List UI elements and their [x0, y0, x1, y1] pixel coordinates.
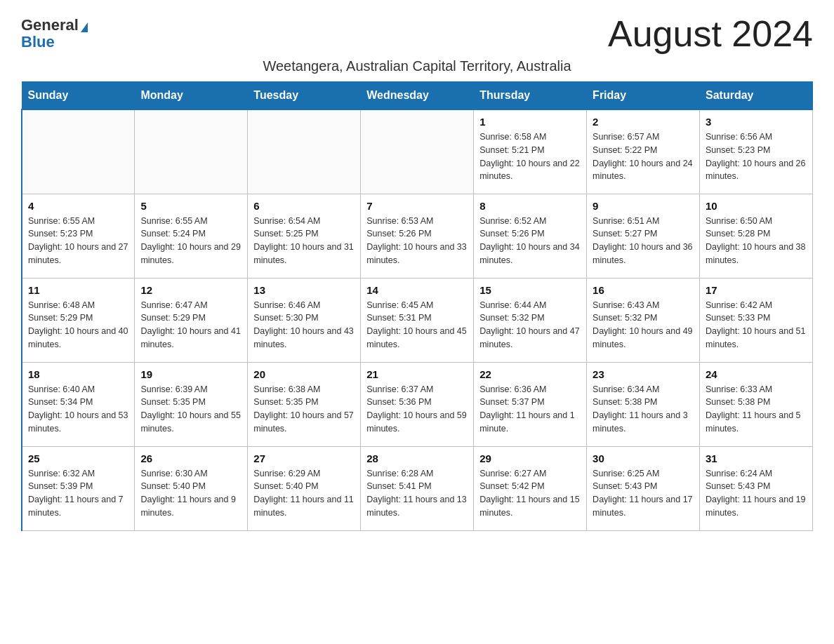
day-number: 11: [28, 284, 128, 296]
day-number: 31: [706, 452, 807, 464]
day-info: Sunrise: 6:57 AMSunset: 5:22 PMDaylight:…: [593, 130, 694, 183]
day-info: Sunrise: 6:53 AMSunset: 5:26 PMDaylight:…: [366, 215, 468, 267]
day-number: 4: [28, 200, 128, 212]
day-number: 30: [593, 452, 694, 464]
table-row: 3Sunrise: 6:56 AMSunset: 5:23 PMDaylight…: [700, 109, 813, 194]
day-info: Sunrise: 6:36 AMSunset: 5:37 PMDaylight:…: [479, 383, 581, 436]
day-number: 12: [140, 284, 241, 296]
table-row: 4Sunrise: 6:55 AMSunset: 5:23 PMDaylight…: [22, 194, 135, 278]
table-row: 15Sunrise: 6:44 AMSunset: 5:32 PMDayligh…: [474, 278, 587, 362]
header: General Blue August 2024: [21, 14, 813, 54]
day-info: Sunrise: 6:51 AMSunset: 5:27 PMDaylight:…: [593, 215, 694, 267]
day-info: Sunrise: 6:58 AMSunset: 5:21 PMDaylight:…: [479, 130, 581, 183]
logo-general-text: General: [21, 16, 79, 34]
day-number: 23: [593, 368, 694, 380]
col-thursday: Thursday: [474, 82, 587, 110]
calendar-week-row: 18Sunrise: 6:40 AMSunset: 5:34 PMDayligh…: [22, 362, 813, 446]
day-number: 28: [366, 452, 468, 464]
day-info: Sunrise: 6:42 AMSunset: 5:33 PMDaylight:…: [706, 299, 807, 351]
table-row: [135, 109, 248, 194]
table-row: 25Sunrise: 6:32 AMSunset: 5:39 PMDayligh…: [22, 446, 135, 530]
calendar-table: Sunday Monday Tuesday Wednesday Thursday…: [21, 81, 813, 531]
table-row: 28Sunrise: 6:28 AMSunset: 5:41 PMDayligh…: [361, 446, 474, 530]
col-sunday: Sunday: [22, 82, 135, 110]
day-number: 13: [253, 284, 355, 296]
table-row: 30Sunrise: 6:25 AMSunset: 5:43 PMDayligh…: [587, 446, 700, 530]
table-row: 13Sunrise: 6:46 AMSunset: 5:30 PMDayligh…: [248, 278, 361, 362]
table-row: 17Sunrise: 6:42 AMSunset: 5:33 PMDayligh…: [700, 278, 813, 362]
day-number: 8: [479, 200, 581, 212]
table-row: 21Sunrise: 6:37 AMSunset: 5:36 PMDayligh…: [361, 362, 474, 446]
table-row: 31Sunrise: 6:24 AMSunset: 5:43 PMDayligh…: [700, 446, 813, 530]
day-number: 26: [140, 452, 241, 464]
calendar-week-row: 25Sunrise: 6:32 AMSunset: 5:39 PMDayligh…: [22, 446, 813, 530]
location-title: Weetangera, Australian Capital Territory…: [21, 58, 813, 74]
day-number: 27: [253, 452, 355, 464]
table-row: 29Sunrise: 6:27 AMSunset: 5:42 PMDayligh…: [474, 446, 587, 530]
day-info: Sunrise: 6:45 AMSunset: 5:31 PMDaylight:…: [366, 299, 468, 351]
calendar-week-row: 11Sunrise: 6:48 AMSunset: 5:29 PMDayligh…: [22, 278, 813, 362]
day-number: 15: [479, 284, 581, 296]
day-number: 24: [706, 368, 807, 380]
day-info: Sunrise: 6:40 AMSunset: 5:34 PMDaylight:…: [28, 383, 128, 436]
day-number: 21: [366, 368, 468, 380]
calendar-week-row: 4Sunrise: 6:55 AMSunset: 5:23 PMDaylight…: [22, 194, 813, 278]
day-info: Sunrise: 6:38 AMSunset: 5:35 PMDaylight:…: [253, 383, 355, 436]
day-number: 19: [140, 368, 241, 380]
table-row: 14Sunrise: 6:45 AMSunset: 5:31 PMDayligh…: [361, 278, 474, 362]
day-number: 10: [706, 200, 807, 212]
day-info: Sunrise: 6:39 AMSunset: 5:35 PMDaylight:…: [140, 383, 241, 436]
table-row: [361, 109, 474, 194]
day-info: Sunrise: 6:56 AMSunset: 5:23 PMDaylight:…: [706, 130, 807, 183]
table-row: 19Sunrise: 6:39 AMSunset: 5:35 PMDayligh…: [135, 362, 248, 446]
day-info: Sunrise: 6:47 AMSunset: 5:29 PMDaylight:…: [140, 299, 241, 351]
table-row: 10Sunrise: 6:50 AMSunset: 5:28 PMDayligh…: [700, 194, 813, 278]
day-info: Sunrise: 6:25 AMSunset: 5:43 PMDaylight:…: [593, 467, 694, 520]
table-row: 9Sunrise: 6:51 AMSunset: 5:27 PMDaylight…: [587, 194, 700, 278]
col-tuesday: Tuesday: [248, 82, 361, 110]
table-row: 20Sunrise: 6:38 AMSunset: 5:35 PMDayligh…: [248, 362, 361, 446]
day-number: 22: [479, 368, 581, 380]
day-number: 18: [28, 368, 128, 380]
day-info: Sunrise: 6:33 AMSunset: 5:38 PMDaylight:…: [706, 383, 807, 436]
day-info: Sunrise: 6:44 AMSunset: 5:32 PMDaylight:…: [479, 299, 581, 351]
day-info: Sunrise: 6:50 AMSunset: 5:28 PMDaylight:…: [706, 215, 807, 267]
table-row: [248, 109, 361, 194]
day-number: 7: [366, 200, 468, 212]
day-info: Sunrise: 6:34 AMSunset: 5:38 PMDaylight:…: [593, 383, 694, 436]
table-row: [22, 109, 135, 194]
day-info: Sunrise: 6:48 AMSunset: 5:29 PMDaylight:…: [28, 299, 128, 351]
logo: General Blue: [21, 14, 88, 51]
day-info: Sunrise: 6:28 AMSunset: 5:41 PMDaylight:…: [366, 467, 468, 520]
col-wednesday: Wednesday: [361, 82, 474, 110]
day-number: 6: [253, 200, 355, 212]
table-row: 27Sunrise: 6:29 AMSunset: 5:40 PMDayligh…: [248, 446, 361, 530]
day-info: Sunrise: 6:43 AMSunset: 5:32 PMDaylight:…: [593, 299, 694, 351]
table-row: 8Sunrise: 6:52 AMSunset: 5:26 PMDaylight…: [474, 194, 587, 278]
calendar-week-row: 1Sunrise: 6:58 AMSunset: 5:21 PMDaylight…: [22, 109, 813, 194]
table-row: 16Sunrise: 6:43 AMSunset: 5:32 PMDayligh…: [587, 278, 700, 362]
month-title: August 2024: [608, 14, 813, 54]
day-info: Sunrise: 6:52 AMSunset: 5:26 PMDaylight:…: [479, 215, 581, 267]
day-info: Sunrise: 6:24 AMSunset: 5:43 PMDaylight:…: [706, 467, 807, 520]
calendar-header-row: Sunday Monday Tuesday Wednesday Thursday…: [22, 82, 813, 110]
day-number: 16: [593, 284, 694, 296]
day-info: Sunrise: 6:37 AMSunset: 5:36 PMDaylight:…: [366, 383, 468, 436]
day-info: Sunrise: 6:32 AMSunset: 5:39 PMDaylight:…: [28, 467, 128, 520]
table-row: 6Sunrise: 6:54 AMSunset: 5:25 PMDaylight…: [248, 194, 361, 278]
table-row: 24Sunrise: 6:33 AMSunset: 5:38 PMDayligh…: [700, 362, 813, 446]
day-number: 3: [706, 116, 807, 128]
day-info: Sunrise: 6:30 AMSunset: 5:40 PMDaylight:…: [140, 467, 241, 520]
table-row: 26Sunrise: 6:30 AMSunset: 5:40 PMDayligh…: [135, 446, 248, 530]
day-number: 17: [706, 284, 807, 296]
table-row: 7Sunrise: 6:53 AMSunset: 5:26 PMDaylight…: [361, 194, 474, 278]
table-row: 11Sunrise: 6:48 AMSunset: 5:29 PMDayligh…: [22, 278, 135, 362]
col-monday: Monday: [135, 82, 248, 110]
table-row: 22Sunrise: 6:36 AMSunset: 5:37 PMDayligh…: [474, 362, 587, 446]
table-row: 5Sunrise: 6:55 AMSunset: 5:24 PMDaylight…: [135, 194, 248, 278]
day-number: 29: [479, 452, 581, 464]
table-row: 12Sunrise: 6:47 AMSunset: 5:29 PMDayligh…: [135, 278, 248, 362]
day-info: Sunrise: 6:29 AMSunset: 5:40 PMDaylight:…: [253, 467, 355, 520]
day-number: 9: [593, 200, 694, 212]
table-row: 23Sunrise: 6:34 AMSunset: 5:38 PMDayligh…: [587, 362, 700, 446]
